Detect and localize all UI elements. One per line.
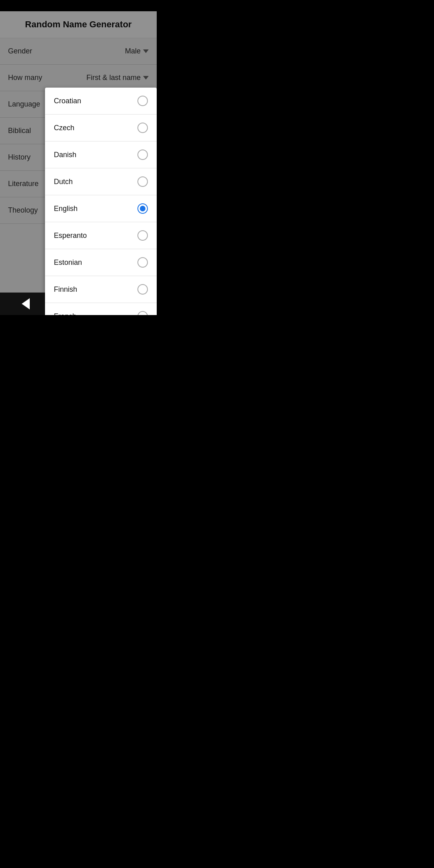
radio-czech[interactable] xyxy=(137,123,148,133)
status-bar xyxy=(0,0,157,11)
dropdown-item-finnish[interactable]: Finnish xyxy=(45,276,157,303)
dropdown-item-label-french: French xyxy=(54,312,76,315)
dropdown-item-french[interactable]: French xyxy=(45,303,157,315)
dropdown-item-label-dutch: Dutch xyxy=(54,178,73,186)
radio-esperanto[interactable] xyxy=(137,230,148,241)
dropdown-item-label-croatian: Croatian xyxy=(54,97,81,105)
radio-french[interactable] xyxy=(137,311,148,315)
radio-estonian[interactable] xyxy=(137,257,148,268)
radio-finnish[interactable] xyxy=(137,284,148,295)
dropdown-item-danish[interactable]: Danish xyxy=(45,141,157,168)
dropdown-item-estonian[interactable]: Estonian xyxy=(45,249,157,276)
radio-danish[interactable] xyxy=(137,149,148,160)
radio-english[interactable] xyxy=(137,203,148,214)
back-button[interactable] xyxy=(22,298,30,309)
radio-croatian[interactable] xyxy=(137,96,148,106)
radio-dutch[interactable] xyxy=(137,176,148,187)
dropdown-item-label-esperanto: Esperanto xyxy=(54,231,87,240)
dropdown-item-label-czech: Czech xyxy=(54,124,74,132)
dropdown-item-czech[interactable]: Czech xyxy=(45,115,157,141)
language-dropdown-panel: CroatianCzechDanishDutchEnglishEsperanto… xyxy=(45,88,157,315)
dropdown-item-label-estonian: Estonian xyxy=(54,258,82,267)
dropdown-item-label-english: English xyxy=(54,205,78,213)
dropdown-item-croatian[interactable]: Croatian xyxy=(45,88,157,115)
dropdown-item-english[interactable]: English xyxy=(45,195,157,222)
app-container: Random Name Generator Gender Male How ma… xyxy=(0,11,157,293)
dropdown-item-esperanto[interactable]: Esperanto xyxy=(45,222,157,249)
radio-inner-english xyxy=(140,206,145,211)
dropdown-item-label-finnish: Finnish xyxy=(54,285,77,294)
dropdown-item-label-danish: Danish xyxy=(54,151,76,159)
dropdown-item-dutch[interactable]: Dutch xyxy=(45,168,157,195)
back-icon xyxy=(22,298,30,309)
